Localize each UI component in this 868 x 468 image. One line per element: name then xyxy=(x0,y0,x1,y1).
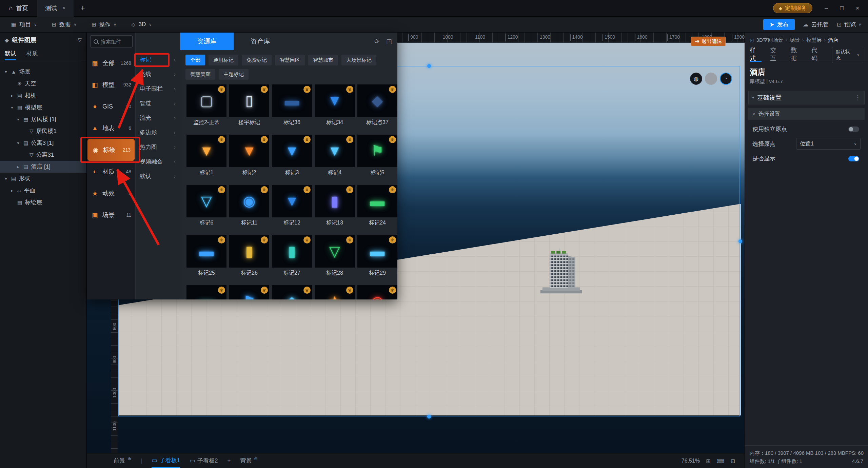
marker-tile[interactable]: ⚑ ♛ xyxy=(229,285,269,299)
tree-expand-icon[interactable]: ▾ xyxy=(3,70,8,74)
marker-tile[interactable]: ▼ ♛ 标记4 xyxy=(315,135,355,176)
selection-handle-bottom[interactable] xyxy=(427,415,431,418)
subboard2-tab[interactable]: ▭ 子看板2 xyxy=(190,453,218,468)
tree-row[interactable]: ▸ ▤ 酒店 [1] xyxy=(0,161,86,173)
filter-chip[interactable]: 免费标记 xyxy=(242,55,272,65)
independent-origin-toggle[interactable] xyxy=(848,126,859,132)
tab-project[interactable]: 测试 × xyxy=(37,0,74,17)
filter-chip[interactable]: 大场景标记 xyxy=(341,55,376,65)
keyboard-shortcuts-icon[interactable]: ⌨ xyxy=(717,458,725,464)
filter-icon[interactable]: ▽ xyxy=(78,37,82,43)
basic-settings-section[interactable]: ▾ 基础设置 ⋮ xyxy=(748,91,865,104)
subcategory-row[interactable]: 流光 › xyxy=(136,111,180,125)
filter-chip[interactable]: 智慧管廊 xyxy=(185,69,215,80)
subcategory-row[interactable]: 管道 › xyxy=(136,96,180,111)
category-row[interactable]: ◧ 模型 932 xyxy=(87,74,135,96)
inspector-tab[interactable]: 交互 xyxy=(770,48,782,62)
marker-tile[interactable]: ▬ ♛ 标记25 xyxy=(186,235,226,276)
menu-item[interactable]: ⊟ 数据 ∨ xyxy=(52,21,76,28)
foreground-tab[interactable]: 前景 ⊕ xyxy=(114,453,131,468)
sidebar-tab[interactable]: 默认 xyxy=(5,47,16,60)
tree-row[interactable]: ▾ ▤ 形状 xyxy=(0,173,86,184)
home-button[interactable]: ⌂ 首页 xyxy=(0,4,37,12)
marker-tile[interactable]: ▼ ♛ 标记34 xyxy=(315,84,355,126)
add-foreground-icon[interactable]: ⊕ xyxy=(127,456,131,461)
marker-tile[interactable]: ▬ ♛ 标记29 xyxy=(357,235,397,276)
subcategory-row[interactable]: 飞线 › xyxy=(136,67,180,81)
tree-expand-icon[interactable]: ▸ xyxy=(16,164,21,169)
filter-chip[interactable]: 全部 xyxy=(185,55,205,65)
breadcrumb-item[interactable]: 模型层 xyxy=(806,37,822,43)
sidebar-tab[interactable]: 材质 xyxy=(26,47,38,60)
tree-expand-icon[interactable]: ▾ xyxy=(16,141,21,145)
component-search[interactable] xyxy=(90,35,133,47)
library-tab[interactable]: 资产库 xyxy=(234,33,287,50)
category-row[interactable]: ▦ 全部 1268 xyxy=(87,52,135,74)
category-row[interactable]: ▣ 场景 11 xyxy=(87,204,135,226)
window-control-button[interactable]: □ xyxy=(834,5,850,12)
tree-row[interactable]: ▸ ▤ 相机 xyxy=(0,90,86,101)
marker-tile[interactable]: ▮ ♛ 标记26 xyxy=(229,235,269,276)
marker-tile[interactable]: ▢ ♛ 监控2-正常 xyxy=(186,84,226,126)
window-control-button[interactable]: – xyxy=(818,5,834,12)
marker-tile[interactable]: ⚑ ♛ 标记5 xyxy=(357,135,397,176)
close-tab-icon[interactable]: × xyxy=(62,5,65,11)
visibility-toggle[interactable] xyxy=(848,156,859,161)
sphere-mode-button[interactable] xyxy=(705,73,717,85)
add-background-icon[interactable]: ⊕ xyxy=(254,456,258,461)
section-menu-icon[interactable]: ⋮ xyxy=(855,94,861,101)
cloud-hosting-button[interactable]: ☁ 云托管 xyxy=(803,21,829,28)
marker-tile[interactable]: ▬ ♛ 标记24 xyxy=(357,185,397,226)
marker-tile[interactable]: ▮ ♛ 标记13 xyxy=(315,185,355,226)
refresh-icon[interactable]: ⟳ xyxy=(374,38,379,45)
category-row[interactable]: ● GIS 10 xyxy=(87,96,135,117)
marker-tile[interactable]: ▼ ♛ 标记1 xyxy=(186,135,226,176)
tree-expand-icon[interactable]: ▾ xyxy=(9,105,15,110)
state-dropdown[interactable]: 默认状态 ∨ xyxy=(832,47,863,63)
marker-tile[interactable]: ▯ ♛ 楼宇标记 xyxy=(229,84,269,126)
subcategory-row[interactable]: 热力图 › xyxy=(136,140,180,154)
tree-expand-icon[interactable]: ▾ xyxy=(3,176,8,181)
tree-row[interactable]: ▾ ▤ 模型层 xyxy=(0,101,86,113)
marker-tile[interactable]: ◉ ♛ xyxy=(357,285,397,299)
filter-chip[interactable]: 智慧城市 xyxy=(308,55,338,65)
tree-row[interactable]: ▸ ▱ 平面 xyxy=(0,184,86,196)
marker-tile[interactable]: ▽ ♛ 标记28 xyxy=(315,235,355,276)
window-control-button[interactable]: × xyxy=(850,5,865,12)
search-input[interactable] xyxy=(101,39,130,44)
inspector-tab[interactable]: 数据 xyxy=(791,48,803,62)
subcategory-row[interactable]: 标记 › xyxy=(136,52,180,67)
marker-tile[interactable]: ◆ ♛ 标记点37 xyxy=(357,84,397,126)
filter-chip[interactable]: 主题标记 xyxy=(219,69,249,80)
subcategory-row[interactable]: 默认 › xyxy=(136,169,180,183)
library-tab[interactable]: 资源库 xyxy=(180,33,234,50)
tree-row[interactable]: ▽ 公寓31 xyxy=(0,149,86,161)
origin-select[interactable]: 位置1 ∨ xyxy=(796,138,861,150)
subcategory-row[interactable]: 视频融合 › xyxy=(136,154,180,169)
fullscreen-icon[interactable]: ⊡ xyxy=(731,458,735,464)
tree-row[interactable]: ▽ 居民楼1 xyxy=(0,125,86,137)
marker-tile[interactable]: ◉ ♛ 标记11 xyxy=(229,185,269,226)
category-row[interactable]: ◐ 材质 48 xyxy=(87,161,135,182)
inspector-tab[interactable]: 样式 xyxy=(750,48,762,62)
background-tab[interactable]: 背景 ⊕ xyxy=(240,453,258,468)
marker-tile[interactable]: ★ ♛ xyxy=(315,285,355,299)
selection-settings-subsection[interactable]: ∨ 选择设置 xyxy=(748,108,865,120)
inspector-tab[interactable]: 代码 xyxy=(811,48,823,62)
custom-service-badge[interactable]: ◆ 定制服务 xyxy=(773,3,812,13)
tree-expand-icon[interactable]: ▸ xyxy=(9,93,15,98)
category-row[interactable]: ★ 动效 2 xyxy=(87,182,135,204)
tree-expand-icon[interactable]: ▾ xyxy=(16,117,21,122)
menu-item[interactable]: ⊞ 操作 ∨ xyxy=(92,21,116,28)
marker-tile[interactable]: ▬ ♛ 标记36 xyxy=(272,84,312,126)
category-row[interactable]: ◉ 标绘 213 xyxy=(87,139,135,161)
breadcrumb-item[interactable]: 酒店 xyxy=(828,37,838,43)
marker-tile[interactable]: ▼ ♛ 标记12 xyxy=(272,185,312,226)
category-row[interactable]: ▲ 地表 6 xyxy=(87,117,135,139)
marker-tile[interactable]: ▼ ♛ 标记3 xyxy=(272,135,312,176)
globe-mode-button[interactable]: ◍ xyxy=(690,73,702,85)
selection-handle-right[interactable] xyxy=(738,239,742,243)
marker-tile[interactable]: ◆ ♛ xyxy=(272,285,312,299)
menu-item[interactable]: ▦ 项目 ∨ xyxy=(11,21,37,28)
section-collapse-icon[interactable]: ▾ xyxy=(752,95,754,100)
